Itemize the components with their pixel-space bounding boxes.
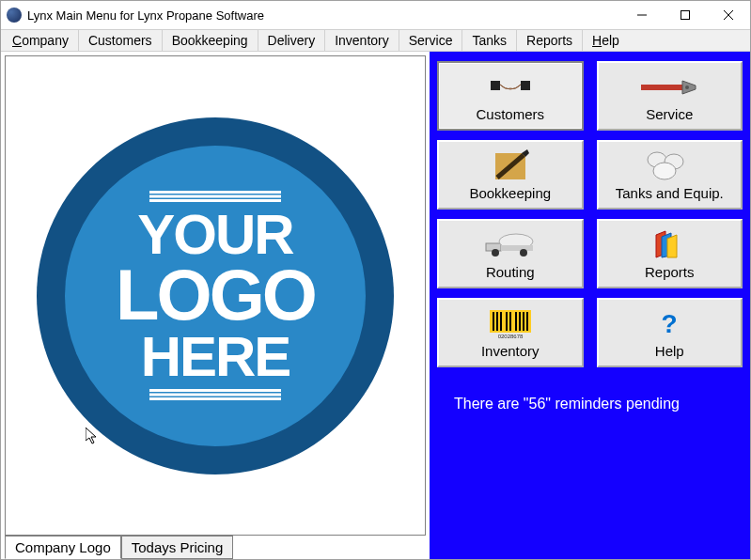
- logo-text-2: LOGO: [116, 261, 315, 329]
- svg-point-16: [492, 249, 499, 257]
- svg-text:02028678: 02028678: [497, 334, 523, 338]
- button-label: Reports: [645, 264, 695, 280]
- handshake-icon: [489, 70, 532, 104]
- logo-frame: YOUR LOGO HERE: [5, 55, 426, 536]
- menu-inventory[interactable]: Inventory: [325, 30, 399, 51]
- question-icon: ?: [660, 307, 679, 341]
- menu-help[interactable]: Help: [583, 30, 629, 51]
- menu-reports[interactable]: Reports: [517, 30, 583, 51]
- inventory-button[interactable]: 02028678 Inventory: [437, 298, 584, 367]
- quick-button-grid: Customers Service: [437, 61, 743, 367]
- barcode-icon: 02028678: [490, 307, 531, 341]
- button-label: Bookkeeping: [469, 185, 551, 201]
- books-icon: [652, 228, 686, 262]
- button-label: Customers: [476, 106, 544, 122]
- right-pane: Customers Service: [430, 52, 750, 559]
- wrench-icon: [641, 70, 697, 104]
- menu-tanks[interactable]: Tanks: [462, 30, 517, 51]
- svg-rect-15: [501, 245, 533, 251]
- svg-rect-1: [681, 11, 690, 20]
- reminders-status: There are "56" reminders pending: [437, 396, 743, 412]
- svg-text:?: ?: [662, 310, 678, 338]
- tab-company-logo[interactable]: Company Logo: [5, 536, 121, 559]
- button-label: Service: [646, 106, 693, 122]
- button-label: Help: [655, 343, 684, 359]
- svg-point-12: [653, 163, 676, 179]
- menubar: Company Customers Bookkeeping Delivery I…: [1, 29, 750, 52]
- svg-rect-6: [641, 85, 682, 90]
- menu-service[interactable]: Service: [399, 30, 463, 51]
- tanks-icon: [646, 149, 693, 183]
- content: YOUR LOGO HERE Company Logo Todays Prici…: [1, 52, 750, 559]
- tab-todays-pricing[interactable]: Todays Pricing: [121, 536, 234, 559]
- titlebar: Lynx Main Menu for Lynx Propane Software: [1, 1, 750, 29]
- logo-placeholder: YOUR LOGO HERE: [37, 117, 394, 474]
- logo-text-3: HERE: [141, 330, 290, 383]
- reports-button[interactable]: Reports: [597, 219, 743, 288]
- close-button[interactable]: [707, 1, 750, 29]
- maximize-button[interactable]: [664, 1, 707, 29]
- logo-text-1: YOUR: [137, 208, 292, 261]
- menu-delivery[interactable]: Delivery: [258, 30, 326, 51]
- menu-company[interactable]: Company: [3, 30, 79, 51]
- menu-customers[interactable]: Customers: [79, 30, 163, 51]
- bookkeeping-button[interactable]: Bookkeeping: [437, 140, 584, 210]
- reminders-count: 56: [529, 396, 546, 412]
- pen-icon: [492, 149, 529, 183]
- tanks-button[interactable]: Tanks and Equip.: [597, 140, 743, 210]
- svg-rect-5: [521, 81, 530, 90]
- button-label: Routing: [486, 264, 535, 280]
- truck-icon: [484, 228, 537, 262]
- routing-button[interactable]: Routing: [437, 219, 584, 288]
- window-title: Lynx Main Menu for Lynx Propane Software: [27, 8, 620, 23]
- menu-bookkeeping[interactable]: Bookkeeping: [163, 30, 258, 51]
- tabs: Company Logo Todays Pricing: [5, 536, 426, 559]
- button-label: Inventory: [481, 343, 540, 359]
- svg-point-17: [520, 249, 527, 257]
- minimize-button[interactable]: [620, 1, 664, 29]
- svg-rect-4: [491, 81, 500, 90]
- left-pane: YOUR LOGO HERE Company Logo Todays Prici…: [1, 52, 430, 559]
- window-controls: [620, 1, 750, 29]
- help-button[interactable]: ? Help: [597, 298, 743, 367]
- button-label: Tanks and Equip.: [616, 185, 724, 201]
- customers-button[interactable]: Customers: [437, 61, 584, 131]
- app-icon: [7, 8, 22, 23]
- service-button[interactable]: Service: [597, 61, 743, 131]
- svg-point-7: [685, 86, 689, 89]
